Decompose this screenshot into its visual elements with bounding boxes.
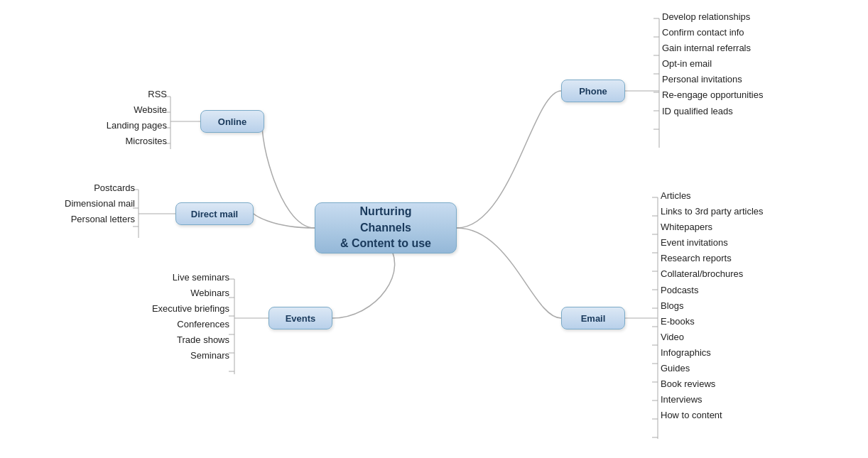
phone-label: Phone bbox=[579, 86, 607, 97]
events-label: Events bbox=[286, 313, 316, 324]
online-node: Online bbox=[200, 110, 264, 133]
list-item: Conferences bbox=[77, 317, 229, 332]
list-item: ID qualified leads bbox=[662, 104, 763, 119]
phone-leaves: Develop relationships Confirm contact in… bbox=[662, 9, 763, 119]
list-item: E-books bbox=[661, 314, 764, 329]
list-item: Personal letters bbox=[7, 212, 135, 227]
list-item: Blogs bbox=[661, 298, 764, 314]
list-item: Gain internal referrals bbox=[662, 40, 763, 56]
list-item: Re-engage opportunities bbox=[662, 87, 763, 103]
list-item: Book reviews bbox=[661, 376, 764, 392]
list-item: Video bbox=[661, 329, 764, 345]
list-item: Event invitations bbox=[661, 235, 764, 251]
list-item: Dimensional mail bbox=[7, 196, 135, 212]
list-item: Whitepapers bbox=[661, 219, 764, 235]
email-leaves: Articles Links to 3rd party articles Whi… bbox=[661, 188, 764, 423]
list-item: Executive briefings bbox=[77, 301, 229, 317]
list-item: Guides bbox=[661, 361, 764, 376]
list-item: Live seminars bbox=[77, 270, 229, 285]
list-item: Articles bbox=[661, 188, 764, 204]
list-item: Collateral/brochures bbox=[661, 266, 764, 282]
directmail-node: Direct mail bbox=[175, 202, 254, 225]
list-item: RSS bbox=[57, 87, 167, 102]
list-item: Postcards bbox=[7, 180, 135, 196]
list-item: Links to 3rd party articles bbox=[661, 204, 764, 219]
list-item: How to content bbox=[661, 408, 764, 423]
list-item: Develop relationships bbox=[662, 9, 763, 25]
list-item: Research reports bbox=[661, 251, 764, 266]
list-item: Interviews bbox=[661, 392, 764, 408]
list-item: Confirm contact info bbox=[662, 25, 763, 40]
list-item: Trade shows bbox=[77, 332, 229, 348]
online-label: Online bbox=[218, 116, 246, 127]
list-item: Landing pages bbox=[57, 118, 167, 133]
email-node: Email bbox=[561, 307, 625, 329]
list-item: Webinars bbox=[77, 285, 229, 301]
email-label: Email bbox=[581, 313, 606, 324]
directmail-label: Direct mail bbox=[191, 209, 238, 219]
list-item: Website bbox=[57, 102, 167, 118]
directmail-leaves: Postcards Dimensional mail Personal lett… bbox=[7, 180, 135, 227]
online-leaves: RSS Website Landing pages Microsites bbox=[57, 87, 167, 149]
events-node: Events bbox=[268, 307, 332, 329]
list-item: Personal invitations bbox=[662, 72, 763, 87]
list-item: Podcasts bbox=[661, 283, 764, 298]
events-leaves: Live seminars Webinars Executive briefin… bbox=[77, 270, 229, 364]
list-item: Opt-in email bbox=[662, 56, 763, 72]
phone-node: Phone bbox=[561, 80, 625, 102]
list-item: Infographics bbox=[661, 345, 764, 361]
central-node: Nurturing Channels & Content to use bbox=[315, 202, 457, 253]
list-item: Microsites bbox=[57, 133, 167, 149]
list-item: Seminars bbox=[77, 348, 229, 364]
central-label: Nurturing Channels & Content to use bbox=[335, 204, 436, 251]
